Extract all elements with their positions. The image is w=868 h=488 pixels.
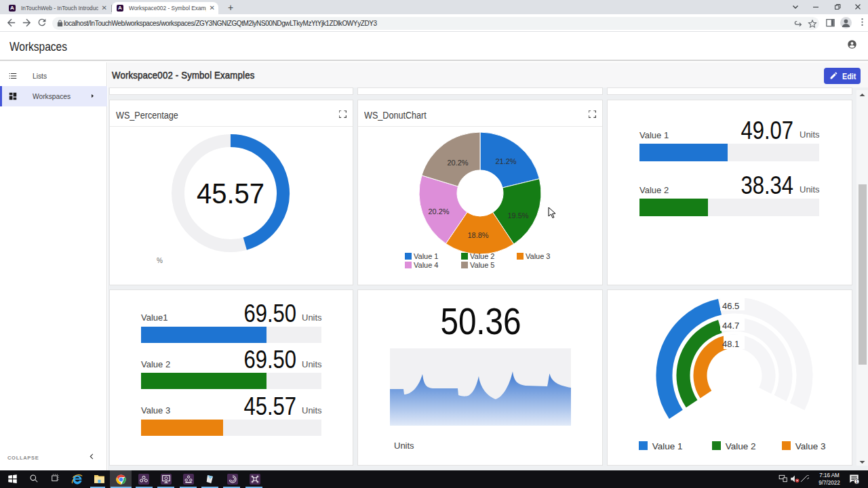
svg-text:48.1: 48.1: [722, 339, 739, 349]
svg-text:46.5: 46.5: [722, 301, 739, 311]
svg-text:18.8%: 18.8%: [467, 231, 488, 239]
svg-text:%: %: [157, 257, 163, 264]
svg-text:20.2%: 20.2%: [428, 207, 449, 216]
svg-text:19.5%: 19.5%: [507, 211, 528, 220]
svg-text:21.2%: 21.2%: [495, 157, 516, 165]
svg-text:45.57: 45.57: [197, 177, 264, 209]
svg-text:1: 1: [855, 479, 858, 484]
svg-text:44.7: 44.7: [722, 321, 739, 331]
svg-text:20.2%: 20.2%: [447, 159, 468, 167]
